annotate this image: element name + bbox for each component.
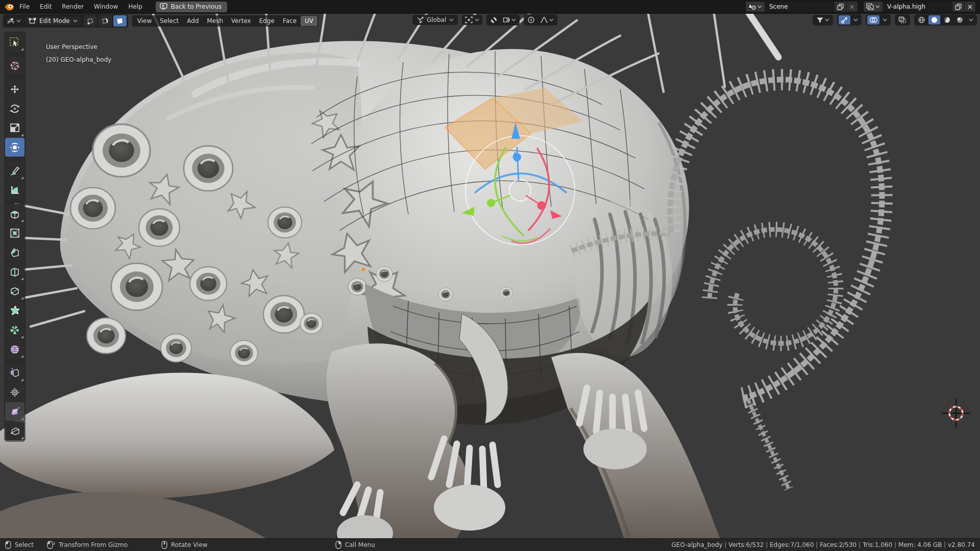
pivot-point-dropdown[interactable]	[462, 15, 482, 25]
xray-toggle[interactable]	[896, 15, 909, 24]
proportional-editing-toggle[interactable]	[525, 15, 537, 24]
face-select-icon	[116, 17, 124, 24]
tool-move[interactable]	[5, 80, 24, 98]
mode-dropdown[interactable]: Edit Mode	[24, 16, 82, 26]
shading-wireframe-button[interactable]	[916, 15, 927, 24]
scene-new-copy-button[interactable]	[834, 2, 846, 12]
show-overlays-toggle[interactable]	[867, 15, 879, 24]
snap-target-dropdown[interactable]	[501, 15, 518, 24]
view-layer-name-field[interactable]: V-alpha.high	[883, 2, 952, 12]
object-type-visibility-group	[813, 15, 833, 26]
scene-statistics: GEO-alpha_bodyVerts:6/532Edges:7/1,060Fa…	[672, 541, 975, 548]
view-layer-remove-button[interactable]	[964, 2, 975, 12]
vp-menu-add[interactable]: Add	[183, 16, 203, 26]
blender-logo-icon[interactable]	[4, 2, 14, 11]
overlays-dropdown[interactable]	[880, 17, 889, 22]
viewport-header-left-group: Edit Mode	[3, 14, 128, 28]
gizmo-dropdown[interactable]	[851, 17, 860, 22]
tool-knife[interactable]	[5, 282, 24, 300]
chevron-down-icon	[511, 18, 516, 21]
tool-cursor[interactable]	[5, 56, 24, 75]
screen-back-icon	[160, 3, 167, 10]
view-layer-new-copy-button[interactable]	[952, 2, 964, 12]
tool-inset-faces[interactable]	[5, 223, 24, 242]
tool-measure[interactable]	[5, 181, 24, 199]
xray-icon	[898, 16, 906, 23]
menu-help[interactable]: Help	[123, 2, 147, 12]
shading-material-button[interactable]	[941, 15, 953, 24]
show-gizmo-toggle[interactable]	[839, 15, 850, 24]
view-name-label: User Perspective	[46, 41, 111, 54]
shading-rendered-icon	[956, 16, 964, 23]
overlays-group	[866, 14, 891, 26]
chevron-down-icon	[449, 18, 454, 21]
shading-solid-button[interactable]	[928, 15, 940, 24]
active-object-label: (20) GEO-alpha_body	[46, 54, 111, 66]
close-icon	[849, 4, 855, 10]
tool-annotate[interactable]	[5, 161, 24, 180]
viewport-header: Edit Mode View Select Add Mesh Vertex Ed	[0, 13, 980, 29]
scene-browse-button[interactable]	[746, 2, 765, 12]
view-layer-browse-button[interactable]	[864, 2, 883, 12]
face-select-mode-button[interactable]	[113, 15, 127, 27]
vertex-select-mode-button[interactable]	[84, 15, 97, 27]
orientation-label: Global	[427, 16, 446, 23]
tool-edge-slide[interactable]	[5, 363, 24, 382]
proportional-falloff-dropdown[interactable]	[538, 15, 556, 24]
vp-menu-mesh[interactable]: Mesh	[203, 16, 228, 26]
mouse-left-drag-icon	[47, 541, 55, 549]
vp-menu-uv[interactable]: UV	[301, 16, 317, 26]
toolbar	[4, 32, 26, 442]
statusbar: Select Transform From Gizmo Rotate View …	[0, 538, 980, 551]
vp-menu-vertex[interactable]: Vertex	[227, 16, 255, 26]
back-to-previous-button[interactable]: Back to Previous	[156, 2, 228, 12]
transform-orientation-dropdown[interactable]: Global	[412, 15, 458, 25]
tool-shear[interactable]	[5, 402, 24, 421]
stat-memory: Mem: 4.06 GB	[892, 541, 942, 548]
tool-spin[interactable]	[5, 320, 24, 339]
tool-transform[interactable]	[5, 138, 24, 157]
view-layer-selector: V-alpha.high	[863, 1, 976, 12]
vp-menu-select[interactable]: Select	[156, 16, 183, 26]
vp-menu-view[interactable]: View	[133, 16, 156, 26]
copy-icon	[837, 4, 844, 10]
tool-rotate[interactable]	[5, 99, 24, 118]
viewport-canvas[interactable]	[0, 0, 980, 551]
editor-type-button[interactable]	[5, 16, 23, 26]
menu-edit[interactable]: Edit	[35, 2, 57, 12]
chevron-down-icon	[549, 18, 554, 21]
editor-3d-viewport-icon	[7, 17, 15, 25]
tool-extrude-region[interactable]	[5, 204, 24, 223]
tool-shrink-fatten[interactable]	[5, 383, 24, 402]
vp-menu-edge[interactable]: Edge	[255, 16, 279, 26]
tool-bevel[interactable]	[5, 243, 24, 262]
menu-file[interactable]: File	[14, 2, 35, 12]
menu-render[interactable]: Render	[57, 2, 89, 12]
hint-transform-gizmo-label: Transform From Gizmo	[59, 541, 128, 548]
chevron-down-icon	[969, 18, 973, 21]
tool-scale[interactable]	[5, 118, 24, 137]
tool-smooth[interactable]	[5, 340, 24, 359]
snap-increment-icon	[503, 16, 510, 23]
chevron-down-icon	[883, 18, 887, 21]
vp-menu-face[interactable]: Face	[279, 16, 301, 26]
chevron-down-icon	[853, 18, 858, 21]
tool-select-box[interactable]	[5, 33, 24, 52]
back-to-previous-label: Back to Previous	[171, 3, 222, 10]
visibility-filter-dropdown[interactable]	[814, 16, 831, 24]
topbar: File Edit Render Window Help Back to Pre…	[0, 0, 980, 14]
hint-transform-gizmo: Transform From Gizmo	[47, 541, 128, 549]
tool-rip-region[interactable]	[5, 421, 24, 440]
scene-name-field[interactable]: Scene	[765, 2, 834, 12]
edge-select-mode-button[interactable]	[99, 15, 112, 27]
hint-select-label: Select	[15, 541, 34, 548]
shading-rendered-button[interactable]	[954, 15, 966, 24]
tool-poly-build[interactable]	[5, 301, 24, 320]
tool-loop-cut[interactable]	[5, 262, 24, 281]
mouse-middle-icon	[161, 541, 167, 549]
snap-toggle-button[interactable]	[488, 15, 500, 24]
menu-window[interactable]: Window	[89, 2, 123, 12]
scene-unlink-button[interactable]	[846, 2, 857, 12]
shading-dropdown[interactable]	[967, 17, 975, 22]
edge-select-icon	[101, 17, 109, 24]
